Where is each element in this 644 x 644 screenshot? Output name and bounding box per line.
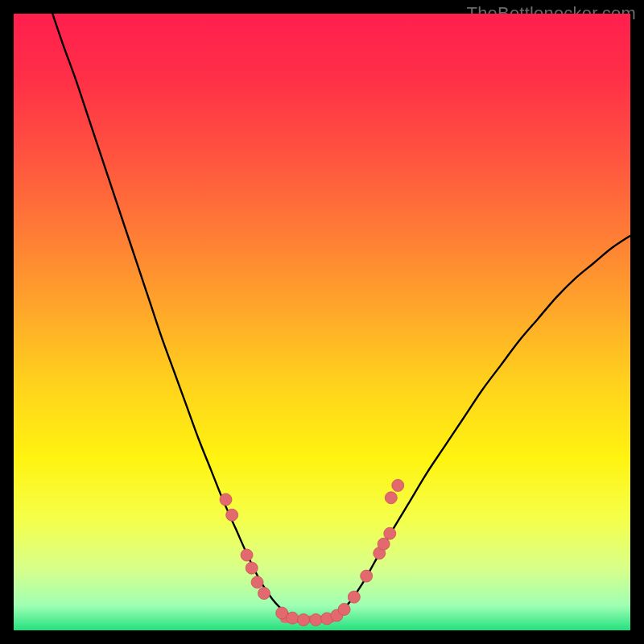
marker-dot [246,562,258,574]
marker-dot [241,549,253,561]
marker-dot [251,576,263,588]
marker-dot [378,538,390,550]
marker-dot [338,603,350,615]
marker-dot [220,493,232,506]
chart-svg [14,14,630,630]
marker-dot [392,479,404,491]
chart-stage: TheBottlenecker.com [0,0,644,644]
marker-dot [287,612,299,624]
marker-dot [385,492,397,504]
gradient-background [14,14,630,630]
marker-dot [298,613,310,625]
marker-dot [384,527,396,539]
marker-dot [226,509,238,521]
marker-dot [258,588,270,600]
marker-dot [348,591,360,603]
plot-area [14,14,630,630]
marker-dot [310,613,322,625]
marker-dot [361,570,373,582]
